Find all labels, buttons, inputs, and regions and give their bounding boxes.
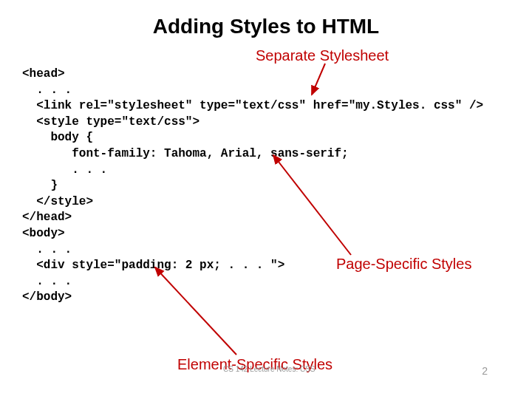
slide-title: Adding Styles to HTML [0,0,532,38]
label-separate-stylesheet: Separate Stylesheet [256,47,389,64]
footer-note: CS 142 Lecture Notes: CSS [223,365,316,373]
code-block: <head> . . . <link rel="stylesheet" type… [22,66,483,306]
page-number: 2 [482,365,488,377]
